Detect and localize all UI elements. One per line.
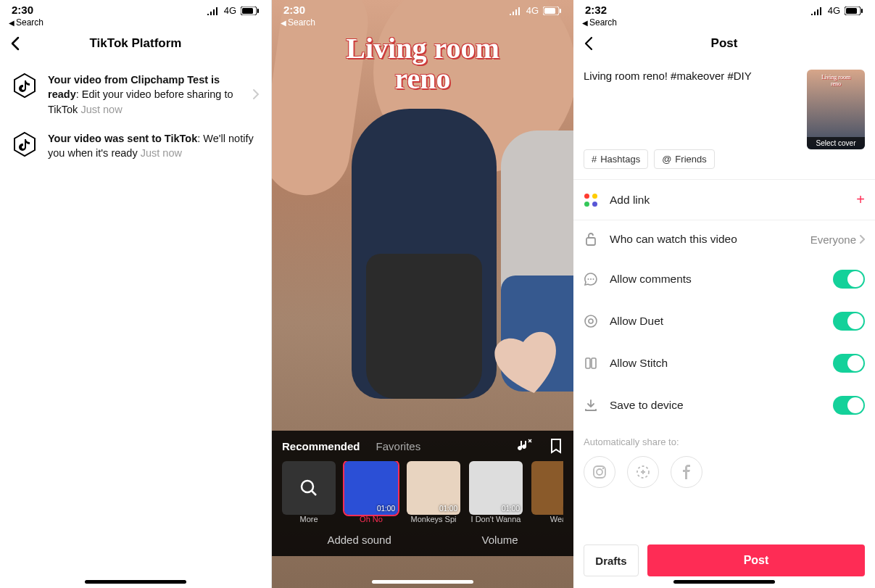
home-indicator: [372, 580, 473, 584]
friends-chip[interactable]: @ Friends: [654, 149, 715, 169]
row-label: Allow Stitch: [610, 357, 821, 370]
search-breadcrumb-label: Search: [16, 17, 43, 28]
battery-icon: [543, 7, 562, 15]
plus-icon: +: [856, 191, 865, 208]
apps-icon: [584, 194, 597, 207]
sound-panel: Recommended Favorites More 01:00 Oh No: [272, 431, 573, 556]
chevron-right-icon: [252, 88, 260, 100]
status-time: 2:30: [12, 4, 33, 16]
row-allow-comments[interactable]: Allow comments: [573, 258, 875, 300]
post-button[interactable]: Post: [647, 544, 865, 576]
row-privacy[interactable]: Who can watch this video Everyone: [573, 220, 875, 258]
notification-item[interactable]: Your video from Clipchamp Test is ready:…: [0, 65, 271, 124]
tiktok-hex-icon: [12, 131, 38, 157]
caption-input[interactable]: Living room reno! #makeover #DIY: [584, 70, 800, 149]
tab-recommended[interactable]: Recommended: [282, 440, 360, 452]
share-icons: [584, 456, 865, 488]
download-icon: [584, 398, 598, 413]
battery-icon: [241, 7, 260, 15]
signal-icon: [207, 7, 220, 15]
home-indicator: [85, 580, 186, 584]
select-cover-label: Select cover: [807, 137, 865, 149]
sound-item[interactable]: 01:00 Wea: [531, 461, 563, 523]
stitch-icon: [584, 356, 598, 370]
row-label: Who can watch this video: [610, 233, 799, 246]
svg-rect-18: [586, 358, 590, 368]
chip-label: Friends: [675, 154, 706, 165]
status-time: 2:30: [283, 4, 305, 16]
notification-item[interactable]: Your video was sent to TikTok: We'll not…: [0, 124, 271, 168]
row-add-link[interactable]: Add link +: [573, 180, 875, 220]
svg-point-14: [590, 278, 592, 280]
sound-item-selected[interactable]: 01:00 Oh No: [344, 461, 398, 523]
row-value: Everyone: [810, 233, 865, 246]
toggle-duet[interactable]: [833, 312, 865, 331]
music-cut-icon[interactable]: [517, 438, 533, 454]
notification-title: Your video was sent to TikTok: [48, 133, 197, 144]
svg-point-8: [302, 481, 313, 492]
nav-bar: Post: [573, 28, 875, 59]
row-save-device[interactable]: Save to device: [573, 384, 875, 426]
status-bar: 2:30 4G: [0, 0, 271, 16]
notification-time: Just now: [141, 147, 182, 159]
sound-item[interactable]: 01:00 Monkeys Spi: [407, 461, 460, 523]
sound-duration: 01:00: [377, 505, 395, 513]
chevron-right-icon: [859, 234, 865, 244]
video-overlay-text: Living room reno: [272, 33, 573, 94]
status-bar: 2:32 4G: [573, 0, 875, 16]
search-breadcrumb[interactable]: ◀ Search: [272, 16, 573, 28]
battery-icon: [845, 7, 863, 15]
back-triangle-icon: ◀: [281, 19, 286, 27]
page-title: Post: [573, 36, 875, 51]
sound-item[interactable]: 01:00 I Don't Wanna: [469, 461, 523, 523]
hashtags-chip[interactable]: # Hashtags: [584, 149, 648, 169]
svg-point-16: [585, 315, 597, 327]
sound-label: Oh No: [344, 515, 398, 523]
notification-list: Your video from Clipchamp Test is ready:…: [0, 59, 271, 173]
search-breadcrumb[interactable]: ◀ Search: [573, 16, 875, 28]
sound-bottom-options: Added sound Volume: [282, 523, 563, 552]
cover-mini-text: Living roomreno: [807, 74, 865, 87]
duet-icon: [584, 314, 598, 328]
sound-tabs: Recommended Favorites: [282, 438, 563, 454]
bookmark-icon[interactable]: [549, 438, 563, 454]
sound-label: Monkeys Spi: [407, 515, 460, 523]
svg-rect-7: [560, 9, 561, 13]
toggle-save[interactable]: [833, 396, 865, 415]
sound-label: I Don't Wanna: [469, 515, 523, 523]
share-stories[interactable]: [627, 456, 659, 488]
notification-time: Just now: [80, 104, 122, 115]
row-allow-stitch[interactable]: Allow Stitch: [573, 342, 875, 384]
volume-button[interactable]: Volume: [482, 534, 518, 546]
overlay-line-1: Living room: [272, 33, 573, 64]
toggle-comments[interactable]: [833, 270, 865, 289]
drafts-button[interactable]: Drafts: [584, 544, 639, 576]
added-sound-button[interactable]: Added sound: [327, 534, 391, 546]
status-network: 4G: [526, 5, 539, 16]
back-triangle-icon: ◀: [582, 19, 588, 27]
signal-icon: [509, 7, 522, 15]
share-section: Automatically share to:: [573, 426, 875, 488]
search-breadcrumb[interactable]: ◀ Search: [0, 16, 271, 28]
svg-point-21: [597, 469, 602, 475]
share-facebook[interactable]: [671, 456, 702, 488]
row-label: Save to device: [610, 399, 821, 412]
cover-thumbnail[interactable]: Living roomreno Select cover: [807, 70, 865, 149]
svg-rect-2: [257, 9, 259, 13]
sound-list[interactable]: More 01:00 Oh No 01:00 Monkeys Spi 01:00…: [282, 461, 563, 523]
share-instagram[interactable]: [584, 456, 615, 488]
row-allow-duet[interactable]: Allow Duet: [573, 300, 875, 342]
sound-more[interactable]: More: [282, 461, 336, 523]
screen-post: 2:32 4G ◀ Search Post Living room reno! …: [573, 0, 875, 588]
status-bar: 2:30 4G: [272, 0, 573, 16]
svg-point-13: [588, 278, 589, 280]
comment-icon: [584, 272, 598, 286]
row-label: Add link: [610, 194, 845, 207]
status-right: 4G: [509, 5, 562, 16]
svg-rect-11: [861, 9, 863, 13]
svg-rect-10: [846, 8, 857, 14]
tab-favorites[interactable]: Favorites: [376, 440, 421, 452]
row-label: Allow comments: [610, 273, 821, 286]
toggle-stitch[interactable]: [833, 354, 865, 373]
svg-rect-12: [586, 238, 595, 245]
